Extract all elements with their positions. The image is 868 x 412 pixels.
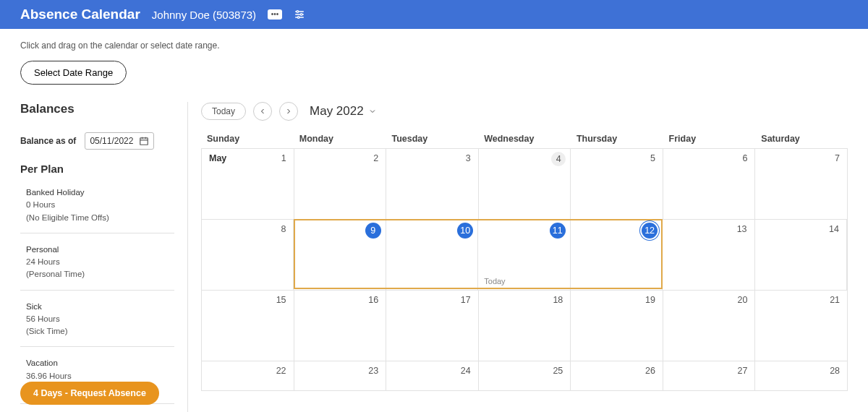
day-number: 27: [738, 366, 748, 376]
calendar-day[interactable]: 5: [571, 149, 663, 219]
dow-cell: Tuesday: [386, 129, 478, 148]
day-number: 4: [551, 152, 566, 166]
calendar-day-selected[interactable]: 11Today: [478, 220, 570, 290]
day-number: 5: [650, 153, 655, 163]
plan-name: Vacation: [26, 357, 174, 369]
app-header: Absence Calendar Johnny Doe (503873) •••: [0, 0, 868, 29]
calendar-day[interactable]: 6: [663, 149, 756, 219]
page-title: Absence Calendar: [20, 7, 140, 22]
plan-item: Banked Holiday 0 Hours (No Eligible Time…: [20, 182, 174, 233]
calendar-day[interactable]: 2: [294, 149, 387, 219]
calendar-grid[interactable]: May1 2 3 4 5 6 7 8 9 10 11Today 12 13 14: [201, 148, 848, 391]
calendar-day[interactable]: May1: [202, 149, 294, 219]
calendar-day[interactable]: 20: [663, 291, 756, 361]
day-number: 11: [550, 223, 566, 239]
balance-date-value: 05/11/2022: [90, 136, 133, 146]
day-number: 10: [457, 223, 473, 239]
day-number: 2: [373, 153, 378, 163]
calendar-day[interactable]: 16: [294, 291, 387, 361]
calendar-day-selected[interactable]: 9: [294, 220, 386, 290]
calendar-day[interactable]: 7: [755, 149, 847, 219]
calendar-day[interactable]: 19: [571, 291, 663, 361]
day-number: 23: [368, 366, 378, 376]
chevron-left-icon: [258, 107, 267, 116]
day-number: 3: [466, 153, 471, 163]
day-number: 21: [830, 295, 840, 305]
calendar-day[interactable]: 14: [755, 220, 847, 290]
next-month-button[interactable]: [279, 102, 298, 121]
plan-hours: 24 Hours: [26, 256, 174, 268]
svg-rect-6: [140, 138, 148, 145]
day-number: 28: [830, 366, 840, 376]
calendar-day[interactable]: 25: [479, 361, 571, 390]
calendar-day[interactable]: 17: [386, 291, 479, 361]
dow-cell: Thursday: [571, 129, 663, 148]
svg-point-3: [297, 11, 299, 13]
plan-name: Sick: [26, 301, 174, 313]
calendar-day[interactable]: 8: [202, 220, 294, 290]
dow-cell: Wednesday: [478, 129, 571, 148]
today-button[interactable]: Today: [201, 103, 246, 120]
calendar-day[interactable]: 3: [386, 149, 479, 219]
calendar-day[interactable]: 28: [755, 361, 847, 390]
calendar-day-selected[interactable]: 10: [386, 220, 478, 290]
calendar-week: May1 2 3 4 5 6 7: [202, 149, 847, 220]
dow-cell: Friday: [663, 129, 756, 148]
day-number: 8: [281, 224, 286, 234]
balance-as-of-label: Balance as of: [20, 136, 76, 146]
plan-name: Personal: [26, 244, 174, 256]
day-number: 13: [737, 224, 747, 234]
day-number: 16: [368, 295, 378, 305]
day-number: 12: [642, 223, 658, 239]
dow-cell: Saturday: [755, 129, 848, 148]
day-number: 1: [281, 153, 286, 163]
calendar-day[interactable]: 24: [386, 361, 479, 390]
today-marker: Today: [484, 277, 505, 286]
svg-point-5: [297, 17, 299, 19]
day-number: 18: [553, 295, 563, 305]
dow-cell: Monday: [294, 129, 386, 148]
svg-point-4: [300, 14, 302, 16]
calendar-day[interactable]: 26: [571, 361, 663, 390]
day-of-week-header: Sunday Monday Tuesday Wednesday Thursday…: [201, 129, 848, 148]
day-number: 15: [276, 295, 286, 305]
prev-month-button[interactable]: [253, 102, 272, 121]
balances-sidebar: Balances Balance as of 05/11/2022 Per Pl…: [20, 102, 188, 412]
balances-heading: Balances: [20, 102, 174, 116]
chevron-right-icon: [284, 107, 293, 116]
calendar-week: 15 16 17 18 19 20 21: [202, 291, 847, 361]
plan-hours: 36.96 Hours: [26, 370, 174, 382]
month-tag: May: [209, 153, 226, 163]
plan-detail: (Sick Time): [26, 325, 174, 338]
instruction-text: Click and drag on the calendar or select…: [20, 40, 848, 51]
calendar-day[interactable]: 21: [755, 291, 847, 361]
calendar-day[interactable]: 13: [663, 220, 754, 290]
balance-date-input[interactable]: 05/11/2022: [85, 132, 154, 150]
day-number: 20: [738, 295, 748, 305]
calendar-day-selected[interactable]: 12: [571, 220, 663, 290]
chevron-down-icon: [368, 107, 377, 116]
calendar-day[interactable]: 27: [663, 361, 756, 390]
calendar-week: 8 9 10 11Today 12 13 14: [202, 220, 847, 291]
calendar-week: 22 23 24 25 26 27 28: [202, 361, 847, 390]
calendar-day[interactable]: 23: [294, 361, 387, 390]
calendar-day[interactable]: 4: [479, 149, 571, 219]
day-number: 22: [276, 366, 286, 376]
user-name[interactable]: Johnny Doe (503873): [152, 9, 256, 21]
calendar-area: Today May 2022 Sunday Monday Tuesday Wed…: [188, 102, 848, 412]
calendar-day[interactable]: 22: [202, 361, 294, 390]
day-number: 14: [829, 224, 839, 234]
month-selector[interactable]: May 2022: [310, 104, 377, 119]
more-actions-badge[interactable]: •••: [268, 9, 282, 20]
plan-detail: (Personal Time): [26, 268, 174, 280]
plan-detail: (No Eligible Time Offs): [26, 212, 174, 224]
select-date-range-button[interactable]: Select Date Range: [20, 61, 127, 85]
plan-name: Banked Holiday: [26, 186, 174, 199]
day-number: 17: [461, 295, 471, 305]
day-number: 19: [645, 295, 655, 305]
settings-sliders-icon[interactable]: [294, 9, 305, 20]
calendar-day[interactable]: 18: [479, 291, 571, 361]
request-absence-button[interactable]: 4 Days - Request Absence: [20, 382, 159, 405]
plan-hours: 0 Hours: [26, 199, 174, 211]
calendar-day[interactable]: 15: [202, 291, 294, 361]
